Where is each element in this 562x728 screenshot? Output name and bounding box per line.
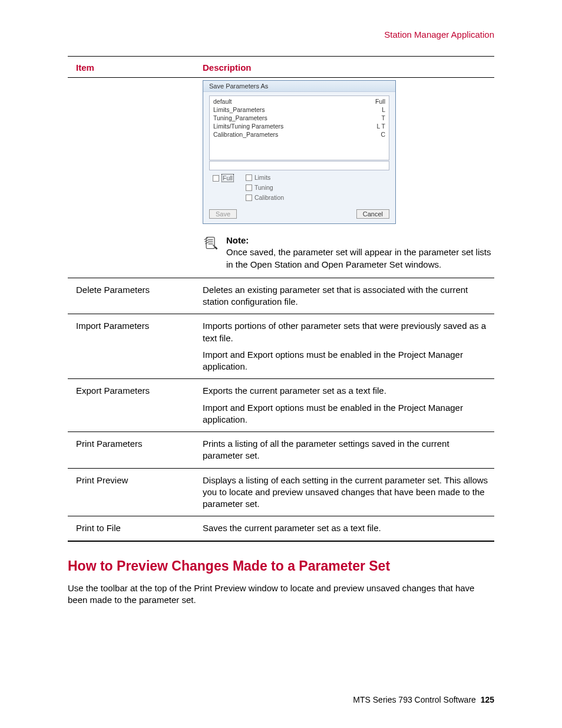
list-tag: C	[381, 130, 385, 139]
rule-bottom	[68, 541, 494, 542]
item-name: Export Parameters	[68, 379, 194, 432]
item-desc: Deletes an existing parameter set that i…	[194, 278, 494, 314]
checkbox-label: Tuning	[254, 184, 273, 191]
table-row: Delete Parameters Deletes an existing pa…	[68, 278, 494, 314]
page-footer: MTS Series 793 Control Software 125	[353, 695, 494, 704]
rule-under-header	[68, 77, 494, 78]
table-row: Import Parameters Imports portions of ot…	[68, 314, 494, 379]
running-header: Station Manager Application	[68, 29, 494, 39]
parameter-list[interactable]: defaultFull Limits_ParametersL Tuning_Pa…	[209, 95, 389, 160]
checkbox-icon	[246, 185, 252, 191]
list-name: Limits_Parameters	[213, 106, 265, 114]
save-button[interactable]: Save	[209, 209, 237, 219]
item-name: Print Preview	[68, 468, 194, 516]
col-header-item: Item	[76, 62, 203, 73]
desc-p: Saves the current parameter set as a tex…	[203, 522, 492, 534]
list-tag: T	[382, 114, 385, 122]
item-desc: Prints a listing of all the parameter se…	[194, 432, 494, 469]
desc-p: Exports the current parameter set as a t…	[203, 385, 492, 397]
table-row: Print Parameters Prints a listing of all…	[68, 432, 494, 469]
item-desc: Displays a listing of each setting in th…	[194, 468, 494, 516]
list-name: Calibration_Parameters	[213, 130, 278, 139]
dialog-buttons: Save Cancel	[203, 206, 395, 223]
list-item[interactable]: Limits_ParametersL	[213, 106, 385, 114]
desc-p: Prints a listing of all the parameter se…	[203, 438, 492, 462]
checkbox-tuning[interactable]: Tuning	[246, 184, 284, 191]
name-input[interactable]	[209, 161, 389, 170]
list-tag: L	[382, 106, 385, 114]
list-name: Tuning_Parameters	[213, 114, 267, 122]
checkbox-label: Limits	[254, 174, 270, 181]
checkbox-group: Full Limits Tuning Calibration	[213, 174, 389, 201]
col-header-description: Description	[203, 62, 494, 73]
note-text: Note: Once saved, the parameter set will…	[226, 235, 494, 271]
page-number: 125	[481, 695, 494, 704]
checkbox-full[interactable]: Full	[213, 174, 234, 182]
item-name: Delete Parameters	[68, 278, 194, 314]
table-row: Print Preview Displays a listing of each…	[68, 468, 494, 516]
desc-p: Import and Export options must be enable…	[203, 402, 492, 426]
checkbox-label: Full	[222, 174, 234, 182]
dialog-title: Save Parameters As	[203, 81, 395, 92]
checkbox-icon	[213, 175, 219, 182]
cancel-button[interactable]: Cancel	[356, 209, 389, 219]
checkbox-icon	[246, 174, 252, 181]
item-desc: Saves the current parameter set as a tex…	[194, 516, 494, 541]
note-icon	[203, 235, 219, 271]
checkbox-label: Calibration	[254, 194, 284, 201]
item-name: Import Parameters	[68, 314, 194, 379]
table-row: Export Parameters Exports the current pa…	[68, 379, 494, 432]
section-body: Use the toolbar at the top of the Print …	[68, 582, 494, 607]
item-name: Print Parameters	[68, 432, 194, 469]
checkbox-calibration[interactable]: Calibration	[246, 194, 284, 201]
item-name: Print to File	[68, 516, 194, 541]
list-item[interactable]: Calibration_ParametersC	[213, 130, 385, 139]
items-table: Delete Parameters Deletes an existing pa…	[68, 278, 494, 541]
desc-p: Import and Export options must be enable…	[203, 349, 492, 373]
footer-product: MTS Series 793 Control Software	[353, 695, 476, 704]
item-desc: Exports the current parameter set as a t…	[194, 379, 494, 432]
note-body: Once saved, the parameter set will appea…	[226, 246, 494, 271]
list-name: default	[213, 97, 232, 106]
section-heading: How to Preview Changes Made to a Paramet…	[68, 558, 494, 574]
note-block: Note: Once saved, the parameter set will…	[203, 235, 494, 271]
dialog-screenshot: Save Parameters As defaultFull Limits_Pa…	[203, 80, 494, 224]
desc-p: Deletes an existing parameter set that i…	[203, 284, 492, 308]
list-tag: Full	[375, 97, 385, 106]
note-label: Note:	[226, 235, 494, 246]
desc-p: Displays a listing of each setting in th…	[203, 475, 492, 510]
checkbox-limits[interactable]: Limits	[246, 174, 284, 181]
list-item[interactable]: defaultFull	[213, 97, 385, 106]
list-tag: L T	[376, 122, 385, 130]
list-item[interactable]: Limits/Tuning ParametersL T	[213, 122, 385, 130]
list-name: Limits/Tuning Parameters	[213, 122, 283, 130]
table-header-row: Item Description	[68, 57, 494, 77]
save-parameters-dialog: Save Parameters As defaultFull Limits_Pa…	[203, 80, 396, 224]
checkbox-icon	[246, 195, 252, 201]
desc-p: Imports portions of other parameter sets…	[203, 320, 492, 344]
table-row: Print to File Saves the current paramete…	[68, 516, 494, 541]
item-desc: Imports portions of other parameter sets…	[194, 314, 494, 379]
list-item[interactable]: Tuning_ParametersT	[213, 114, 385, 122]
